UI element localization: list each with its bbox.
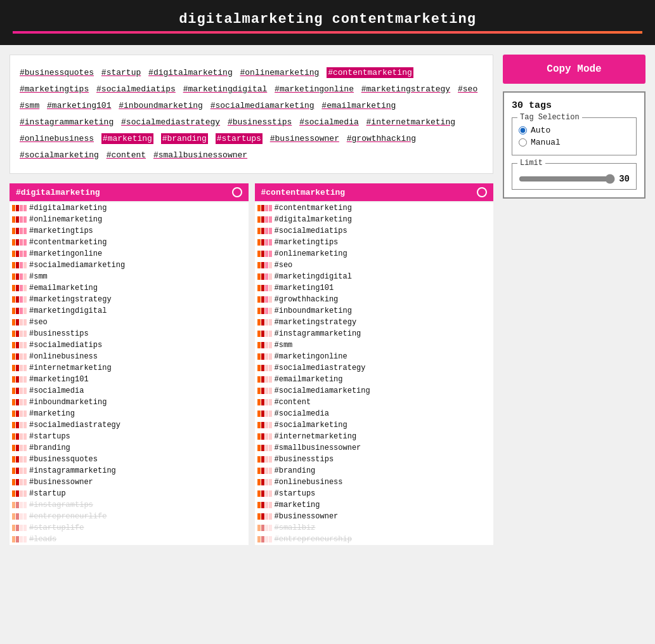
list-item[interactable]: #socialmediamarketing xyxy=(10,260,249,271)
bar-indicator xyxy=(257,319,272,325)
tag-cloud-item[interactable]: #socialmediastrategy xyxy=(121,117,220,127)
list-item[interactable]: #socialmarketing xyxy=(255,419,494,431)
col2-circle-icon[interactable] xyxy=(477,187,487,197)
tag-text-faded: #instagramtips xyxy=(29,501,93,509)
list-item[interactable]: #emailmarketing xyxy=(255,374,494,385)
list-item[interactable]: #smm xyxy=(10,271,249,282)
list-item[interactable]: #inboundmarketing xyxy=(10,397,249,408)
tag-cloud-item[interactable]: #emailmarketing xyxy=(321,101,396,110)
list-item[interactable]: #marketing xyxy=(255,499,494,511)
tag-cloud-item[interactable]: #marketing101 xyxy=(47,101,111,110)
manual-radio[interactable] xyxy=(519,138,527,147)
list-item[interactable]: #socialmediamarketing xyxy=(255,385,494,397)
copy-mode-button[interactable]: Copy Mode xyxy=(503,55,645,84)
list-item[interactable]: #seo xyxy=(10,317,249,328)
list-item[interactable]: #growthhacking xyxy=(255,294,494,305)
list-item[interactable]: #branding xyxy=(10,442,249,454)
list-item[interactable]: #socialmedia xyxy=(10,385,249,397)
tag-cloud-item[interactable]: #onlinemarketing xyxy=(240,68,320,77)
tag-cloud-item[interactable]: #internetmarketing xyxy=(366,117,455,127)
tag-cloud-item[interactable]: #socialmedia xyxy=(299,117,359,127)
list-item[interactable]: #emailmarketing xyxy=(10,282,249,294)
list-item[interactable]: #marketingstrategy xyxy=(255,317,494,328)
list-item[interactable]: #content xyxy=(255,397,494,408)
list-item[interactable]: #businessowner xyxy=(10,476,249,488)
list-item[interactable]: #startups xyxy=(10,431,249,442)
list-item[interactable]: #onlinemarketing xyxy=(255,248,494,260)
tag-cloud-item[interactable]: #socialmediamarketing xyxy=(211,101,315,110)
list-item[interactable]: #marketing101 xyxy=(255,282,494,294)
tag-cloud-item[interactable]: #socialmarketing xyxy=(20,150,99,160)
list-item[interactable]: #startup xyxy=(10,488,249,499)
list-item[interactable]: #onlinebusiness xyxy=(10,351,249,362)
col1-circle-icon[interactable] xyxy=(232,187,242,197)
tag-cloud-item[interactable]: #growthhacking xyxy=(347,134,416,143)
list-item[interactable]: #marketingdigital xyxy=(255,271,494,282)
tag-cloud-item[interactable]: #branding xyxy=(161,133,208,144)
list-item[interactable]: #marketing101 xyxy=(10,374,249,385)
tag-cloud-item[interactable]: #marketingdigital xyxy=(183,84,268,94)
tag-cloud-item[interactable]: #digitalmarketing xyxy=(148,68,233,77)
list-item[interactable]: #instagrammarketing xyxy=(255,328,494,339)
tag-cloud-item[interactable]: #instagrammarketing xyxy=(20,117,113,127)
tag-cloud-item[interactable]: #businesstips xyxy=(228,117,292,127)
list-item[interactable]: #businessquotes xyxy=(10,454,249,465)
tag-cloud-item[interactable]: #smallbusinessowner xyxy=(153,150,247,160)
list-item[interactable]: #contentmarketing xyxy=(10,237,249,248)
list-item[interactable]: #inboundmarketing xyxy=(255,305,494,317)
list-item[interactable]: #instagrammarketing xyxy=(10,465,249,476)
list-item[interactable]: #marketingdigital xyxy=(10,305,249,317)
list-item[interactable]: #marketingonline xyxy=(255,351,494,362)
slider-row: 30 xyxy=(519,174,630,184)
list-item[interactable]: #socialmediatips xyxy=(10,339,249,351)
tag-cloud-item[interactable]: #smm xyxy=(20,101,39,110)
tag-cloud-item[interactable]: #inboundmarketing xyxy=(119,101,203,110)
list-item[interactable]: #marketingtips xyxy=(255,237,494,248)
list-item[interactable]: #seo xyxy=(255,260,494,271)
list-item[interactable]: #onlinemarketing xyxy=(10,214,249,225)
list-item[interactable]: #marketingonline xyxy=(10,248,249,260)
tag-cloud-item[interactable]: #contentmarketing xyxy=(327,67,413,78)
list-item[interactable]: #digitalmarketing xyxy=(255,214,494,225)
list-item[interactable]: #onlinebusiness xyxy=(255,476,494,488)
list-item[interactable]: #socialmediatips xyxy=(255,225,494,237)
bar-indicator xyxy=(12,513,27,520)
list-item[interactable]: #socialmediastrategy xyxy=(255,362,494,374)
tag-cloud-item[interactable]: #marketingtips xyxy=(20,84,89,94)
tag-cloud-item[interactable]: #onlinebusiness xyxy=(20,134,94,143)
auto-radio[interactable] xyxy=(519,126,527,135)
manual-radio-option[interactable]: Manual xyxy=(519,138,630,147)
list-item[interactable]: #businesstips xyxy=(10,328,249,339)
tag-cloud-item[interactable]: #content xyxy=(107,150,146,160)
tag-cloud-item[interactable]: #businessquotes xyxy=(20,68,94,77)
list-item[interactable]: #socialmediastrategy xyxy=(10,419,249,431)
list-item[interactable]: #smallbusinessowner xyxy=(255,442,494,454)
bar-indicator xyxy=(12,445,27,451)
bar-indicator xyxy=(257,205,272,211)
list-item[interactable]: #digitalmarketing xyxy=(10,202,249,214)
list-item[interactable]: #internetmarketing xyxy=(10,362,249,374)
list-item[interactable]: #smm xyxy=(255,339,494,351)
list-item[interactable]: #marketingtips xyxy=(10,225,249,237)
bar-indicator xyxy=(12,308,27,314)
list-item[interactable]: #businessowner xyxy=(255,511,494,522)
tag-cloud-item[interactable]: #marketing xyxy=(101,133,153,144)
tag-cloud-item[interactable]: #startups xyxy=(216,133,263,144)
list-item[interactable]: #contentmarketing xyxy=(255,202,494,214)
auto-radio-option[interactable]: Auto xyxy=(519,126,630,135)
list-item[interactable]: #branding xyxy=(255,465,494,476)
list-item[interactable]: #marketingstrategy xyxy=(10,294,249,305)
tag-cloud-item[interactable]: #marketingstrategy xyxy=(361,84,450,94)
list-item[interactable]: #startups xyxy=(255,488,494,499)
list-item[interactable]: #marketing xyxy=(10,408,249,419)
tag-cloud-item[interactable]: #businessowner xyxy=(270,134,339,143)
tag-cloud-item[interactable]: #seo xyxy=(458,84,477,94)
list-item[interactable]: #internetmarketing xyxy=(255,431,494,442)
tag-text-faded: #entrepreneurship xyxy=(275,535,352,544)
list-item[interactable]: #socialmedia xyxy=(255,408,494,419)
limit-slider[interactable] xyxy=(519,174,615,184)
list-item[interactable]: #businesstips xyxy=(255,454,494,465)
tag-cloud-item[interactable]: #socialmediatips xyxy=(96,84,176,94)
tag-cloud-item[interactable]: #startup xyxy=(101,68,141,77)
tag-cloud-item[interactable]: #marketingonline xyxy=(275,84,354,94)
